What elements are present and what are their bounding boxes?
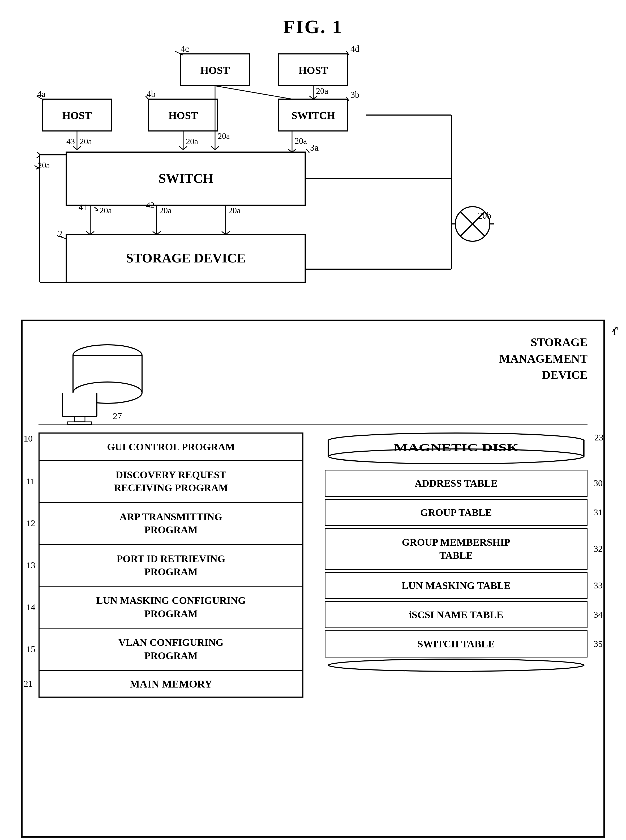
two-col-layout: 10 GUI CONTROL PROGRAM 11 DISCOVERY REQU… <box>39 432 587 698</box>
programs-col: 10 GUI CONTROL PROGRAM 11 DISCOVERY REQU… <box>39 432 304 698</box>
disk-bottom-svg <box>325 659 587 672</box>
svg-line-33 <box>73 146 77 149</box>
svg-text:20a: 20a <box>218 131 230 141</box>
svg-line-82 <box>37 152 40 155</box>
page: FIG. 1 HOST 4c HOST 4d SWITCH 3b HOST 4a <box>0 0 626 840</box>
ref-34: 34 <box>594 610 603 620</box>
ref-31: 31 <box>594 507 603 518</box>
svg-text:20a: 20a <box>186 137 198 146</box>
svg-text:20a: 20a <box>228 206 241 215</box>
svg-text:41: 41 <box>78 203 87 212</box>
ref-32: 32 <box>594 543 603 555</box>
iscsi-name-table-box: 34 iSCSI NAME TABLE <box>325 601 587 628</box>
program-discovery: 11 DISCOVERY REQUESTRECEIVING PROGRAM <box>39 461 302 503</box>
svg-point-103 <box>329 659 584 671</box>
svg-text:20a: 20a <box>316 86 328 96</box>
svg-line-34 <box>77 146 81 149</box>
monitor-svg <box>60 393 102 427</box>
svg-line-23 <box>306 149 309 153</box>
svg-line-39 <box>183 146 187 149</box>
svg-text:42: 42 <box>146 200 155 210</box>
ref-27-label: 27 <box>113 411 122 421</box>
svg-text:4d: 4d <box>351 44 360 54</box>
svg-text:HOST: HOST <box>62 110 92 121</box>
address-table-box: 30 ADDRESS TABLE <box>325 469 587 497</box>
ref-arrow-1: ↗ <box>611 323 619 335</box>
figure-title: FIG. 1 <box>0 0 626 38</box>
svg-line-29 <box>211 146 215 149</box>
svg-text:20b: 20b <box>478 211 491 220</box>
svg-line-57 <box>94 207 98 210</box>
group-table-box: 31 GROUP TABLE <box>325 499 587 526</box>
svg-text:3a: 3a <box>310 143 319 152</box>
svg-text:20a: 20a <box>295 136 307 146</box>
ref-14: 14 <box>26 601 35 613</box>
svg-text:3b: 3b <box>351 90 360 100</box>
svg-text:20a: 20a <box>100 206 112 215</box>
svg-text:20a: 20a <box>80 137 92 146</box>
lun-masking-table-box: 33 LUN MASKING TABLE <box>325 572 587 599</box>
group-membership-table-box: 32 GROUP MEMBERSHIPTABLE <box>325 528 587 570</box>
svg-text:20a: 20a <box>159 206 172 215</box>
hardware-row: 25 26 27 <box>39 334 587 424</box>
ref-30: 30 <box>594 478 603 488</box>
main-memory-label: 21 MAIN MEMORY <box>39 670 302 697</box>
tables-col: 23 MAGNETIC DISK 30 ADDRESS TABLE <box>325 432 587 698</box>
svg-text:HOST: HOST <box>168 110 198 121</box>
ref-23: 23 <box>595 432 603 443</box>
svg-rect-89 <box>63 393 97 416</box>
svg-line-58 <box>95 210 98 211</box>
ref-35: 35 <box>594 639 603 649</box>
svg-line-41 <box>215 86 292 99</box>
management-device-container: 1 ↗ STORAGEMANAGEMENTDEVICE 25 26 <box>21 320 605 838</box>
ref-12: 12 <box>26 518 35 529</box>
svg-text:HOST: HOST <box>298 64 328 76</box>
ref-13: 13 <box>26 559 35 571</box>
network-diagram: HOST 4c HOST 4d SWITCH 3b HOST 4a HOST 4… <box>0 38 626 320</box>
program-gui: GUI CONTROL PROGRAM <box>39 433 302 461</box>
svg-text:STORAGE DEVICE: STORAGE DEVICE <box>126 251 246 265</box>
program-arp: 12 ARP TRANSMITTINGPROGRAM <box>39 503 302 545</box>
svg-text:HOST: HOST <box>200 64 230 76</box>
switch-table-box: 35 SWITCH TABLE <box>325 630 587 658</box>
svg-text:MAGNETIC DISK: MAGNETIC DISK <box>394 441 518 454</box>
magnetic-disk-container: 23 MAGNETIC DISK <box>325 432 587 465</box>
svg-rect-90 <box>74 416 85 422</box>
ref-33: 33 <box>594 581 603 590</box>
svg-line-38 <box>179 146 183 149</box>
program-lun: 14 LUN MASKING CONFIGURINGPROGRAM <box>39 587 302 628</box>
svg-line-30 <box>215 146 219 149</box>
ref-11: 11 <box>26 476 35 487</box>
svg-text:SWITCH: SWITCH <box>158 171 213 186</box>
svg-text:SWITCH: SWITCH <box>291 110 335 121</box>
svg-text:4b: 4b <box>147 89 156 99</box>
program-portid: 13 PORT ID RETRIEVINGPROGRAM <box>39 545 302 587</box>
ref-15: 15 <box>26 643 35 655</box>
svg-text:43: 43 <box>66 137 75 146</box>
ref-10-outer: 10 <box>23 433 33 444</box>
svg-rect-91 <box>68 422 92 424</box>
program-vlan: 15 VLAN CONFIGURINGPROGRAM <box>39 628 302 670</box>
diagram-svg: HOST 4c HOST 4d SWITCH 3b HOST 4a HOST 4… <box>0 38 626 320</box>
svg-text:4c: 4c <box>180 44 189 54</box>
magnetic-disk-svg: MAGNETIC DISK <box>325 432 587 464</box>
ref-21: 21 <box>23 679 33 689</box>
